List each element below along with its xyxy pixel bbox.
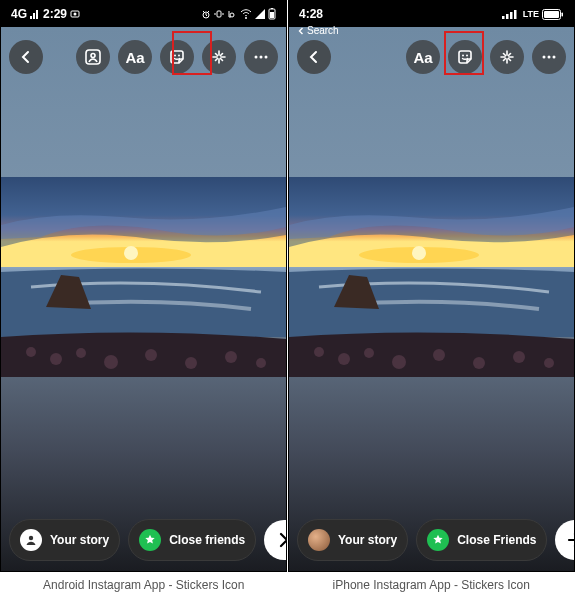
text-tool-button[interactable]: Aa <box>118 40 152 74</box>
network-prefix: 4G <box>11 7 27 21</box>
text-tool-icon: Aa <box>125 49 144 66</box>
camera-status-icon <box>70 9 80 19</box>
svg-point-22 <box>174 55 176 57</box>
svg-point-23 <box>178 55 180 57</box>
more-button[interactable] <box>532 40 566 74</box>
signal-2-icon <box>255 9 265 19</box>
close-friends-star-icon <box>139 529 161 551</box>
svg-point-13 <box>50 353 62 365</box>
svg-point-42 <box>392 355 406 369</box>
stickers-icon <box>456 48 474 66</box>
send-button[interactable] <box>555 520 575 560</box>
svg-point-43 <box>433 349 445 361</box>
close-friends-label: Close friends <box>169 533 245 547</box>
more-icon <box>540 48 558 66</box>
more-icon <box>252 48 270 66</box>
send-button[interactable] <box>264 520 287 560</box>
tag-people-button[interactable] <box>76 40 110 74</box>
your-story-button[interactable]: Your story <box>297 519 408 561</box>
stickers-button[interactable] <box>448 40 482 74</box>
arrow-right-icon <box>566 531 575 549</box>
svg-point-17 <box>185 357 197 369</box>
svg-point-26 <box>265 56 268 59</box>
svg-point-46 <box>544 358 554 368</box>
iphone-screenshot: 4:28 LTE Search <box>288 0 575 572</box>
signal-icon <box>502 9 518 19</box>
svg-rect-34 <box>562 12 564 16</box>
more-button[interactable] <box>244 40 278 74</box>
svg-point-25 <box>260 56 263 59</box>
close-friends-button[interactable]: Close friends <box>128 519 256 561</box>
svg-rect-6 <box>270 12 274 18</box>
stickers-icon <box>168 48 186 66</box>
svg-point-44 <box>473 357 485 369</box>
sparkle-icon <box>210 48 228 66</box>
svg-point-50 <box>548 56 551 59</box>
status-bar: 4:28 LTE <box>289 1 574 27</box>
chevron-right-icon <box>276 532 287 548</box>
svg-point-19 <box>256 358 266 368</box>
text-tool-button[interactable]: Aa <box>406 40 440 74</box>
back-to-search[interactable]: Search <box>297 25 339 36</box>
svg-rect-7 <box>271 8 273 9</box>
svg-point-12 <box>26 347 36 357</box>
svg-rect-33 <box>544 11 559 18</box>
breadcrumb-label: Search <box>307 25 339 36</box>
chevron-left-icon <box>307 50 321 64</box>
svg-rect-31 <box>514 10 517 19</box>
svg-point-40 <box>338 353 350 365</box>
signal-icon <box>30 9 40 19</box>
status-bar: 4G 2:29 <box>1 1 286 27</box>
vibrate-icon <box>214 9 224 19</box>
story-photo <box>289 177 574 377</box>
svg-point-10 <box>124 246 138 260</box>
svg-point-39 <box>314 347 324 357</box>
your-story-avatar-icon <box>20 529 42 551</box>
svg-point-15 <box>104 355 118 369</box>
android-caption: Android Instagram App - Stickers Icon <box>0 572 288 598</box>
iphone-caption: iPhone Instagram App - Stickers Icon <box>288 572 576 598</box>
svg-point-18 <box>225 351 237 363</box>
story-canvas[interactable] <box>289 27 574 571</box>
back-button[interactable] <box>9 40 43 74</box>
volte-icon <box>227 9 237 19</box>
back-button[interactable] <box>297 40 331 74</box>
wifi-icon <box>240 9 252 19</box>
svg-rect-3 <box>217 11 221 17</box>
svg-rect-29 <box>506 14 509 19</box>
chevron-left-icon <box>19 50 33 64</box>
your-story-avatar-icon <box>308 529 330 551</box>
close-friends-label: Close Friends <box>457 533 536 547</box>
battery-icon <box>268 8 276 20</box>
editor-toolbar: Aa <box>289 35 574 79</box>
chevron-left-small-icon <box>297 27 305 35</box>
svg-point-4 <box>245 17 247 19</box>
svg-point-1 <box>74 13 77 16</box>
svg-point-47 <box>462 55 464 57</box>
android-screenshot: 4G 2:29 <box>0 0 287 572</box>
svg-point-45 <box>513 351 525 363</box>
close-friends-star-icon <box>427 529 449 551</box>
status-time: 4:28 <box>299 7 323 21</box>
story-canvas[interactable] <box>1 27 286 571</box>
text-tool-icon: Aa <box>413 49 432 66</box>
svg-point-27 <box>29 536 33 540</box>
tag-people-icon <box>84 48 102 66</box>
svg-rect-28 <box>502 16 505 19</box>
share-bar: Your story Close friends <box>1 519 286 561</box>
svg-point-48 <box>466 55 468 57</box>
close-friends-button[interactable]: Close Friends <box>416 519 547 561</box>
svg-point-51 <box>553 56 556 59</box>
svg-point-24 <box>255 56 258 59</box>
effects-button[interactable] <box>202 40 236 74</box>
svg-point-41 <box>364 348 374 358</box>
stickers-button[interactable] <box>160 40 194 74</box>
battery-icon <box>542 9 564 20</box>
svg-point-16 <box>145 349 157 361</box>
effects-button[interactable] <box>490 40 524 74</box>
your-story-button[interactable]: Your story <box>9 519 120 561</box>
network-label: LTE <box>523 9 539 19</box>
sparkle-icon <box>498 48 516 66</box>
story-photo <box>1 177 286 377</box>
svg-point-14 <box>76 348 86 358</box>
